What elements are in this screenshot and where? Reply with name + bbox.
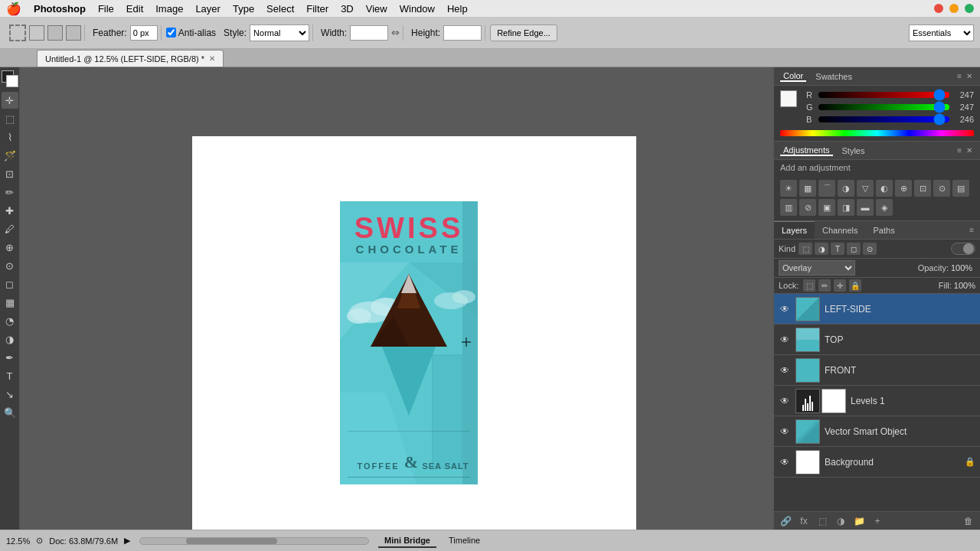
layer-delete-icon[interactable]: 🗑: [962, 514, 975, 528]
filter-toggle[interactable]: [951, 243, 975, 255]
traffic-red[interactable]: [934, 4, 943, 13]
swap-icon[interactable]: ⇔: [391, 27, 400, 38]
horizontal-scrollbar[interactable]: [139, 537, 369, 545]
menu-view[interactable]: View: [366, 3, 387, 15]
height-input[interactable]: [443, 25, 482, 41]
menu-filter[interactable]: Filter: [306, 3, 328, 15]
layer-item-levels[interactable]: 👁 Levels 1: [774, 386, 980, 416]
layer-link-icon[interactable]: 🔗: [779, 514, 792, 528]
path-tool[interactable]: ↘: [2, 386, 18, 403]
layer-visibility-front[interactable]: 👁: [779, 364, 791, 377]
menu-window[interactable]: Window: [400, 3, 435, 15]
traffic-green[interactable]: [965, 4, 974, 13]
width-input[interactable]: [350, 25, 388, 41]
eyedropper-tool[interactable]: ✏: [2, 184, 18, 201]
anti-alias-checkbox[interactable]: [166, 28, 176, 37]
mini-bridge-tab-item[interactable]: Mini Bridge: [378, 534, 436, 548]
layer-item-top[interactable]: 👁 TOP: [774, 324, 980, 355]
selective-color-icon[interactable]: ◈: [876, 199, 893, 216]
brightness-contrast-icon[interactable]: ☀: [780, 180, 797, 197]
layer-item-vector[interactable]: 👁 Vector Smart Object: [774, 416, 980, 447]
menu-image[interactable]: Image: [155, 3, 183, 15]
type-filter-icon[interactable]: T: [831, 243, 844, 255]
pixel-filter-icon[interactable]: ⬚: [799, 243, 812, 255]
color-panel-close[interactable]: ✕: [965, 71, 974, 81]
zoom-fit-icon[interactable]: ⊙: [36, 536, 43, 546]
traffic-yellow[interactable]: [949, 4, 959, 13]
type-tool[interactable]: T: [2, 367, 18, 384]
layer-item-background[interactable]: 👁 Background 🔒: [774, 447, 980, 478]
menu-type[interactable]: Type: [233, 3, 254, 15]
layer-adjustment-icon[interactable]: ◑: [834, 514, 848, 528]
layer-mask-icon[interactable]: ⬚: [815, 514, 829, 528]
healing-tool[interactable]: ✚: [2, 202, 18, 219]
adjustment-filter-icon[interactable]: ◑: [815, 243, 828, 255]
document-tab[interactable]: Untitled-1 @ 12.5% (LEFT-SIDE, RGB/8) * …: [37, 50, 224, 67]
adj-panel-close[interactable]: ✕: [965, 145, 974, 155]
invert-icon[interactable]: ⊘: [799, 199, 816, 216]
foreground-swatch[interactable]: [780, 90, 797, 107]
curves-icon[interactable]: ⌒: [818, 180, 835, 197]
status-arrow-icon[interactable]: ▶: [124, 536, 130, 546]
eraser-tool[interactable]: ◻: [2, 276, 18, 292]
fg-bg-colors[interactable]: [2, 70, 18, 87]
menu-select[interactable]: Select: [266, 3, 294, 15]
hue-sat-icon[interactable]: ◐: [876, 180, 893, 197]
lock-all-icon[interactable]: 🔒: [849, 279, 861, 292]
gradient-map-icon[interactable]: ▬: [857, 199, 874, 216]
adjustments-tab[interactable]: Adjustments: [780, 145, 833, 156]
lock-transparent-icon[interactable]: ⬚: [803, 279, 815, 292]
layer-visibility-levels[interactable]: 👁: [779, 395, 791, 407]
color-lookup-icon[interactable]: ▥: [780, 199, 797, 216]
layer-style-icon[interactable]: fx: [797, 514, 811, 528]
menu-layer[interactable]: Layer: [195, 3, 220, 15]
photo-filter-icon[interactable]: ⊙: [933, 180, 950, 197]
brush-tool[interactable]: 🖊: [2, 220, 18, 237]
essentials-dropdown[interactable]: Essentials Design Painting Photography: [909, 24, 974, 41]
color-tab[interactable]: Color: [780, 71, 806, 82]
clone-tool[interactable]: ⊕: [2, 239, 18, 256]
zoom-tool[interactable]: 🔍: [2, 404, 18, 421]
menu-edit[interactable]: Edit: [126, 3, 143, 15]
layers-panel-options[interactable]: ≡: [968, 225, 975, 235]
shape-filter-icon[interactable]: ◻: [847, 243, 861, 255]
timeline-tab-item[interactable]: Timeline: [443, 534, 486, 548]
layer-visibility-background[interactable]: 👁: [779, 456, 791, 468]
adj-panel-options[interactable]: ≡: [956, 145, 963, 155]
layer-visibility-top[interactable]: 👁: [779, 334, 791, 346]
styles-tab[interactable]: Styles: [839, 146, 868, 155]
paths-tab[interactable]: Paths: [866, 221, 903, 239]
gradient-tool[interactable]: ▦: [2, 294, 18, 311]
channel-mixer-icon[interactable]: ▤: [952, 180, 969, 197]
layers-tab[interactable]: Layers: [774, 221, 815, 239]
refine-edge-button[interactable]: Refine Edge...: [490, 24, 557, 41]
color-balance-icon[interactable]: ⊕: [895, 180, 912, 197]
red-slider[interactable]: [818, 92, 949, 98]
layer-item-front[interactable]: 👁 FRONT: [774, 355, 980, 386]
levels-icon[interactable]: ▦: [799, 180, 816, 197]
blur-tool[interactable]: ◔: [2, 312, 18, 329]
tab-close-button[interactable]: ✕: [209, 54, 215, 63]
opacity-value[interactable]: 100%: [951, 263, 975, 272]
vibrance-icon[interactable]: ▽: [857, 180, 874, 197]
fill-value[interactable]: 100%: [954, 281, 975, 290]
panel-options-icon[interactable]: ≡: [956, 71, 963, 81]
menu-help[interactable]: Help: [447, 3, 468, 15]
layer-group-icon[interactable]: 📁: [852, 514, 866, 528]
menu-file[interactable]: File: [98, 3, 114, 15]
bw-icon[interactable]: ⊡: [914, 180, 931, 197]
layer-item-leftside[interactable]: 👁 LEFT-SIDE: [774, 294, 980, 324]
style-select[interactable]: Normal Fixed Ratio Fixed Size: [250, 24, 309, 41]
canvas-area[interactable]: SWISS CHOCOLATE TOFFEE & SEA SALT: [20, 67, 773, 530]
history-tool[interactable]: ⊙: [2, 257, 18, 274]
green-slider[interactable]: [818, 104, 949, 110]
apple-menu[interactable]: 🍎: [6, 2, 21, 16]
layer-visibility-vector[interactable]: 👁: [779, 425, 791, 438]
pen-tool[interactable]: ✒: [2, 349, 18, 366]
marquee-tool[interactable]: ⬚: [2, 110, 18, 127]
quick-select-tool[interactable]: 🪄: [2, 147, 18, 164]
layer-visibility-leftside[interactable]: 👁: [779, 303, 791, 315]
posterize-icon[interactable]: ▣: [818, 199, 835, 216]
menu-3d[interactable]: 3D: [341, 3, 354, 15]
blend-mode-select[interactable]: Overlay Normal Multiply Screen: [779, 260, 855, 276]
